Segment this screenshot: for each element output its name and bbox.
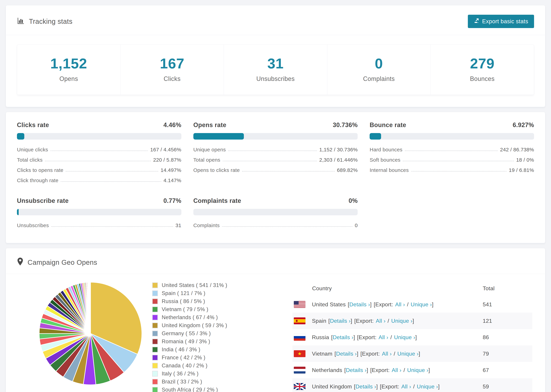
country-name: Netherlands: [312, 367, 342, 373]
details-link[interactable]: Details ›: [356, 384, 376, 390]
stat-clicks: 167 Clicks: [120, 45, 224, 95]
legend-swatch: [152, 307, 158, 312]
export-unique-link[interactable]: Unique ›: [391, 318, 412, 324]
country-total: 541: [483, 301, 532, 308]
opens-count: 1,152: [17, 55, 120, 72]
bounce-rate-value: 6.927%: [513, 121, 534, 129]
country-total: 59: [483, 384, 532, 390]
legend-item[interactable]: Russia ( 86 / 5% ): [152, 298, 251, 304]
details-link[interactable]: Details ›: [346, 367, 367, 373]
page-title: Tracking stats: [29, 18, 72, 25]
tracking-stats-card: Tracking stats Export basic stats 1,152 …: [6, 5, 545, 107]
tracking-stats-title-row: Tracking stats: [17, 17, 72, 26]
geo-opens-header: Campaign Geo Opens: [6, 248, 545, 274]
clicks-rate-progress: [17, 133, 181, 140]
legend-item[interactable]: Germany ( 55 / 3% ): [152, 330, 251, 336]
opens-rate-progress: [193, 133, 358, 140]
unsubscribe-rate-title: Unsubscribe rate: [17, 197, 69, 204]
export-all-link[interactable]: All ›: [392, 367, 402, 373]
clicks-count: 167: [120, 55, 224, 72]
legend-swatch: [152, 290, 158, 296]
legend-swatch: [152, 322, 158, 328]
legend-item[interactable]: France ( 42 / 2% ): [152, 355, 251, 361]
bounce-rate-progress: [370, 133, 534, 140]
country-name: United States: [312, 301, 346, 308]
legend-swatch: [152, 315, 158, 320]
country-name: United Kingdom: [312, 384, 352, 390]
details-link[interactable]: Details ›: [333, 334, 353, 341]
country-flag-icon: [294, 367, 305, 373]
stat-complaints: 0 Complaints: [327, 45, 431, 95]
export-icon: [474, 18, 480, 25]
geo-pie-chart: [17, 280, 152, 386]
legend-item[interactable]: United States ( 541 / 31% ): [152, 282, 251, 288]
complaints-count: 0: [327, 55, 431, 72]
complaints-rate-progress: [193, 209, 358, 215]
opens-rate-block: Opens rate 30.736% Unique opens1,152 / 3…: [193, 121, 358, 188]
export-all-link[interactable]: All ›: [379, 334, 388, 341]
export-all-link[interactable]: All ›: [395, 301, 405, 308]
unsubscribe-rate-value: 0.77%: [163, 197, 181, 204]
country-name: Spain: [312, 318, 326, 324]
country-column-header: Country: [292, 285, 483, 292]
export-unique-link[interactable]: Unique ›: [397, 351, 418, 357]
export-all-link[interactable]: All ›: [382, 351, 392, 357]
legend-item[interactable]: Canada ( 40 / 2% ): [152, 363, 251, 369]
legend-item[interactable]: South Africa ( 29 / 2% ): [152, 387, 251, 392]
legend-item[interactable]: Italy ( 36 / 2% ): [152, 371, 251, 377]
export-basic-stats-button[interactable]: Export basic stats: [468, 15, 534, 28]
legend-swatch: [152, 379, 158, 385]
details-link[interactable]: Details ›: [330, 318, 351, 324]
bar-chart-icon: [17, 17, 25, 26]
legend-swatch: [152, 282, 158, 288]
complaints-rate-value: 0%: [349, 197, 358, 204]
legend-item[interactable]: Romania ( 49 / 3% ): [152, 338, 251, 345]
legend-swatch: [152, 355, 158, 361]
clicks-rate-value: 4.46%: [163, 121, 181, 129]
legend-swatch: [152, 347, 158, 352]
export-all-link[interactable]: All ›: [376, 318, 386, 324]
legend-item[interactable]: Brazil ( 33 / 2% ): [152, 379, 251, 385]
country-flag-icon: [294, 383, 305, 390]
details-link[interactable]: Details ›: [349, 301, 370, 308]
table-row: Spain [Details ›] [Export: All › /: [292, 313, 532, 329]
clicks-rate-block: Clicks rate 4.46% Unique clicks167 / 4.4…: [17, 121, 181, 188]
country-flag-icon: [294, 301, 305, 308]
table-row: Netherlands [Details ›] [Export: All › /: [292, 362, 532, 378]
export-unique-link[interactable]: Unique ›: [411, 301, 432, 308]
legend-swatch: [152, 339, 158, 344]
legend-item[interactable]: United Kingdom ( 59 / 3% ): [152, 322, 251, 329]
legend-swatch: [152, 298, 158, 304]
legend-item[interactable]: Spain ( 121 / 7% ): [152, 290, 251, 296]
country-flag-icon: [294, 350, 305, 357]
stat-bounces: 279 Bounces: [431, 45, 534, 95]
export-all-link[interactable]: All ›: [401, 384, 411, 390]
rates-card: Clicks rate 4.46% Unique clicks167 / 4.4…: [6, 112, 545, 243]
dashboard-page: Tracking stats Export basic stats 1,152 …: [0, 0, 551, 392]
unsubscribe-rate-progress: [17, 209, 181, 215]
unsubscribe-rate-block: Unsubscribe rate 0.77% Unsubscribes31: [17, 197, 181, 233]
legend-item[interactable]: Netherlands ( 67 / 4% ): [152, 314, 251, 321]
legend-item[interactable]: India ( 46 / 3% ): [152, 347, 251, 353]
geo-legend: United States ( 541 / 31% ) Spain ( 121 …: [152, 280, 251, 392]
geo-table-header: Country Total: [292, 280, 532, 296]
stats-summary-row: 1,152 Opens 167 Clicks 31 Unsubscribes 0…: [17, 44, 534, 95]
legend-item[interactable]: Vietnam ( 79 / 5% ): [152, 306, 251, 313]
map-pin-icon: [17, 258, 23, 267]
opens-rate-title: Opens rate: [193, 121, 226, 129]
complaints-rate-block: Complaints rate 0% Complaints0: [193, 197, 358, 233]
geo-opens-content: United States ( 541 / 31% ) Spain ( 121 …: [6, 274, 545, 392]
tracking-stats-header: Tracking stats Export basic stats: [6, 5, 545, 35]
bounce-rate-title: Bounce rate: [370, 121, 406, 129]
details-link[interactable]: Details ›: [336, 351, 357, 357]
country-total: 86: [483, 334, 532, 341]
table-row: Russia [Details ›] [Export: All › /: [292, 329, 532, 345]
export-unique-link[interactable]: Unique ›: [407, 367, 428, 373]
export-unique-link[interactable]: Unique ›: [394, 334, 415, 341]
geo-table: Country Total United States [Details ›]: [292, 280, 532, 392]
bounces-count: 279: [431, 55, 534, 72]
legend-swatch: [152, 387, 158, 392]
export-unique-link[interactable]: Unique ›: [417, 384, 438, 390]
total-column-header: Total: [483, 285, 532, 292]
complaints-rate-title: Complaints rate: [193, 197, 241, 204]
